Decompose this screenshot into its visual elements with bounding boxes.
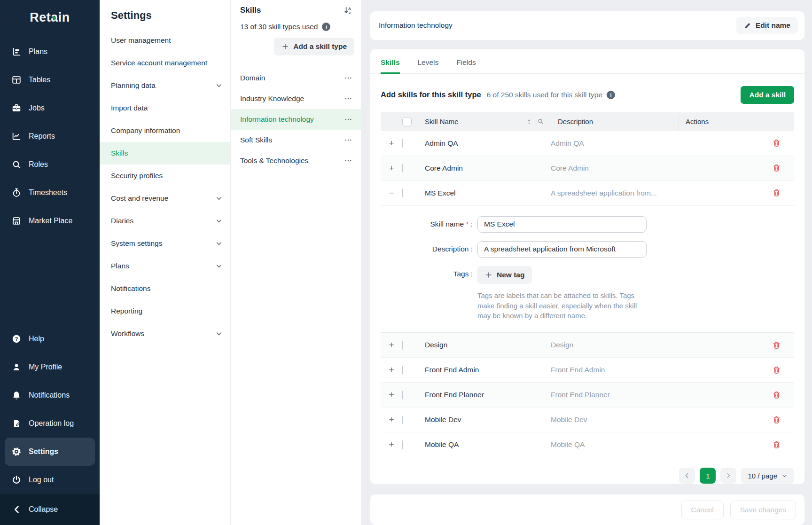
sidebar-item[interactable]: My Profile [5, 353, 95, 381]
page-title: Information technology [379, 21, 453, 30]
sidebar-item[interactable]: Settings [5, 438, 95, 466]
settings-menu-item[interactable]: Notifications [100, 277, 230, 300]
row-checkbox[interactable] [402, 341, 403, 350]
table-row-wrap: + Front End Admin Front End Admin [381, 358, 794, 383]
skill-name-cell: Front End Admin [425, 366, 551, 374]
settings-menu-item[interactable]: Skills [100, 142, 230, 165]
column-header-description: Description [558, 118, 593, 125]
cancel-button[interactable]: Cancel [681, 501, 724, 519]
row-checkbox[interactable] [402, 366, 403, 375]
chevron-left-icon [12, 505, 22, 514]
skill-type-item[interactable]: Industry Knowledge [231, 88, 361, 109]
sidebar-item[interactable]: Timesheets [5, 179, 95, 207]
settings-menu-item[interactable]: Reporting [100, 300, 230, 322]
more-options-icon[interactable] [344, 94, 352, 103]
settings-menu-item[interactable]: User management [100, 29, 230, 52]
sidebar-item[interactable]: Help [5, 325, 95, 353]
more-options-icon[interactable] [344, 157, 352, 165]
delete-icon[interactable] [772, 188, 781, 197]
settings-menu-item[interactable]: Security profiles [100, 165, 230, 187]
add-skill-type-button[interactable]: Add a skill type [274, 38, 354, 55]
settings-menu-item[interactable]: Import data [100, 97, 230, 119]
sort-az-icon[interactable] [343, 6, 352, 15]
app-sidebar: Retain Plans Tables Jobs Reports Roles T… [0, 0, 100, 525]
settings-menu-item[interactable]: Workflows [100, 322, 230, 345]
settings-menu-item[interactable]: Cost and revenue [100, 187, 230, 210]
select-all-checkbox[interactable] [402, 117, 412, 126]
settings-menu-item[interactable]: Planning data [100, 74, 230, 97]
sidebar-item[interactable]: Log out [5, 466, 95, 494]
previous-page-button[interactable] [679, 468, 695, 484]
settings-menu-item[interactable]: Diaries [100, 210, 230, 232]
skill-name-cell: Mobile QA [425, 440, 551, 449]
table-row: − MS Excel A spreadsheet application fro… [381, 181, 794, 206]
more-options-icon[interactable] [344, 74, 352, 82]
sidebar-item[interactable]: Notifications [5, 381, 95, 409]
search-icon[interactable] [537, 118, 544, 125]
expand-row-toggle[interactable]: − [381, 188, 402, 198]
delete-icon[interactable] [772, 366, 781, 375]
tags-help-text: Tags are labels that can be attached to … [477, 290, 640, 321]
tab[interactable]: Levels [418, 49, 439, 74]
sidebar-item[interactable]: Tables [5, 66, 95, 94]
settings-menu-item[interactable]: Plans [100, 255, 230, 277]
skill-description-cell: Mobile Dev [551, 415, 679, 424]
sidebar-item[interactable]: Market Place [5, 207, 95, 235]
row-checkbox[interactable] [402, 415, 403, 424]
page-size-select[interactable]: 10 / page [741, 468, 794, 484]
settings-menu-item[interactable]: Company information [100, 119, 230, 142]
skill-type-label: Domain [240, 74, 265, 82]
bell-icon [11, 390, 22, 400]
collapse-sidebar-button[interactable]: Collapse [0, 494, 100, 525]
table-row-wrap: + Front End Planner Front End Planner [381, 383, 794, 407]
more-options-icon[interactable] [344, 115, 352, 124]
row-checkbox[interactable] [402, 391, 403, 400]
edit-name-button[interactable]: Edit name [736, 17, 798, 34]
info-icon[interactable] [322, 23, 330, 31]
delete-icon[interactable] [772, 164, 781, 172]
current-page-button[interactable]: 1 [700, 468, 716, 484]
add-skill-button[interactable]: Add a skill [741, 86, 794, 104]
settings-menu-item[interactable]: System settings [100, 232, 230, 255]
sidebar-item[interactable]: Operation log [5, 409, 95, 438]
sidebar-item[interactable]: Roles [5, 150, 95, 179]
settings-menu-item[interactable]: Service account management [100, 52, 230, 74]
sort-icon[interactable] [526, 118, 532, 125]
skill-description-input[interactable] [477, 241, 647, 258]
expand-row-toggle[interactable]: + [381, 415, 402, 425]
sidebar-item[interactable]: Reports [5, 122, 95, 150]
sidebar-item[interactable]: Plans [5, 38, 95, 66]
row-checkbox[interactable] [402, 139, 403, 148]
delete-icon[interactable] [772, 415, 781, 424]
save-changes-button[interactable]: Save changes [730, 501, 796, 519]
skill-type-item[interactable]: Information technology [231, 109, 361, 130]
chevron-down-icon [215, 195, 223, 202]
new-tag-button[interactable]: New tag [477, 266, 532, 284]
skill-type-item[interactable]: Tools & Technologies [231, 150, 361, 171]
next-page-button[interactable] [720, 468, 736, 484]
row-checkbox[interactable] [402, 440, 403, 449]
info-icon[interactable] [607, 91, 615, 99]
expand-row-toggle[interactable]: + [381, 340, 402, 350]
expand-row-toggle[interactable]: + [381, 365, 402, 375]
more-options-icon[interactable] [344, 136, 352, 144]
skill-description-label: Description : [381, 245, 473, 253]
skill-name-input[interactable] [477, 216, 647, 233]
row-checkbox[interactable] [402, 188, 403, 197]
delete-icon[interactable] [772, 341, 781, 350]
expand-row-toggle[interactable]: + [381, 163, 402, 173]
tab[interactable]: Fields [456, 49, 476, 74]
gear-icon [11, 447, 22, 457]
delete-icon[interactable] [772, 391, 781, 400]
sidebar-item[interactable]: Jobs [5, 94, 95, 122]
skill-type-item[interactable]: Soft Skills [231, 130, 361, 150]
skills-table: Skill Name Description Actions + Admin Q… [381, 112, 794, 457]
row-checkbox[interactable] [402, 164, 403, 172]
expand-row-toggle[interactable]: + [381, 439, 402, 450]
expand-row-toggle[interactable]: + [381, 138, 402, 149]
delete-icon[interactable] [772, 139, 781, 148]
delete-icon[interactable] [772, 440, 781, 449]
expand-row-toggle[interactable]: + [381, 390, 402, 400]
tab[interactable]: Skills [381, 49, 400, 74]
skill-type-item[interactable]: Domain [231, 68, 361, 88]
